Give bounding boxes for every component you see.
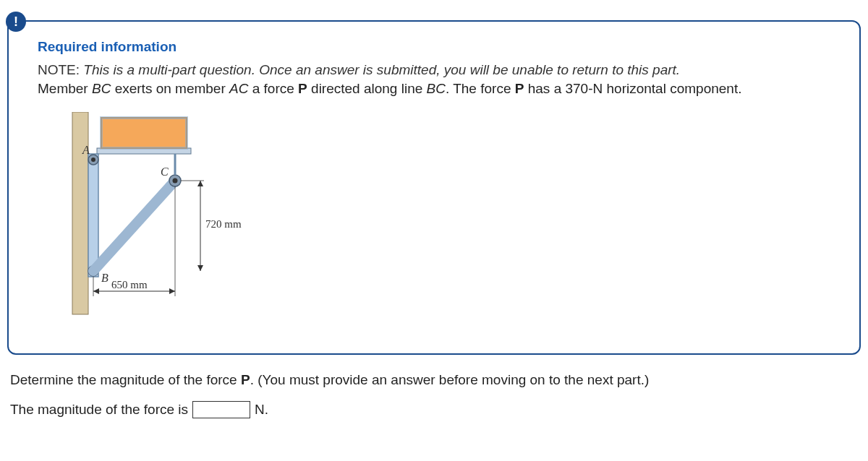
svg-point-12 xyxy=(173,178,178,183)
prompt-line: Determine the magnitude of the force P. … xyxy=(10,372,861,388)
label-a: A xyxy=(82,144,90,156)
note-text: This is a multi-part question. Once an a… xyxy=(83,62,680,77)
svg-rect-2 xyxy=(101,118,187,148)
member-ac: AC xyxy=(229,81,248,96)
body-mid4: . The force xyxy=(446,81,515,96)
svg-rect-4 xyxy=(88,154,98,277)
force-p-2: P xyxy=(515,81,524,96)
dim-vertical: 720 mm xyxy=(205,218,242,230)
answer-line: The magnitude of the force is N. xyxy=(10,401,861,418)
prompt-p: P xyxy=(241,372,250,387)
svg-marker-16 xyxy=(197,265,203,271)
label-b: B xyxy=(101,272,109,284)
alert-icon: ! xyxy=(6,12,26,32)
diagram-svg: A B C 720 mm 650 mm xyxy=(59,112,247,322)
body-end: has a 370-N horizontal component. xyxy=(524,81,741,96)
svg-marker-21 xyxy=(169,288,175,294)
answer-pre: The magnitude of the force is xyxy=(10,402,188,418)
label-c: C xyxy=(161,165,169,178)
answer-unit: N. xyxy=(255,402,268,418)
note-line: NOTE: This is a multi-part question. Onc… xyxy=(38,62,830,78)
body-mid2: a force xyxy=(248,81,298,96)
svg-marker-20 xyxy=(93,288,99,294)
note-label: NOTE: xyxy=(38,62,80,77)
required-info-box: ! Required information NOTE: This is a m… xyxy=(7,20,861,355)
member-bc: BC xyxy=(92,81,111,96)
magnitude-input[interactable] xyxy=(192,401,250,418)
question-container: ! Required information NOTE: This is a m… xyxy=(7,20,861,418)
prompt-post: . (You must provide an answer before mov… xyxy=(250,372,650,387)
svg-rect-0 xyxy=(72,112,88,314)
figure: A B C 720 mm 650 mm xyxy=(59,112,830,324)
line-bc: BC xyxy=(427,81,446,96)
force-p-1: P xyxy=(298,81,307,96)
prompt-pre: Determine the magnitude of the force xyxy=(10,372,241,387)
required-heading: Required information xyxy=(38,39,830,55)
body-prefix: Member xyxy=(38,81,92,96)
svg-line-10 xyxy=(93,181,175,271)
svg-point-6 xyxy=(91,158,95,162)
svg-marker-15 xyxy=(197,181,203,186)
body-mid1: exerts on member xyxy=(111,81,229,96)
body-mid3: directed along line xyxy=(307,81,427,96)
problem-statement: Member BC exerts on member AC a force P … xyxy=(38,79,830,99)
dim-horizontal: 650 mm xyxy=(111,279,148,290)
answer-section: Determine the magnitude of the force P. … xyxy=(7,372,861,418)
